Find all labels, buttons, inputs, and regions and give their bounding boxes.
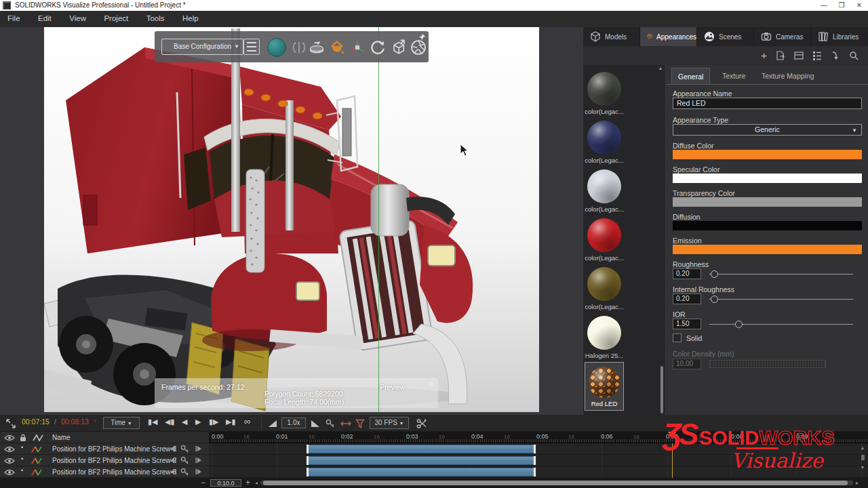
curve-icon[interactable] <box>31 456 42 465</box>
animation-clip[interactable] <box>307 468 536 476</box>
appearance-item[interactable]: color(Legac... <box>585 169 624 213</box>
zoom-out-button[interactable]: − <box>201 478 205 487</box>
material-preview-sphere[interactable] <box>267 38 286 57</box>
tab-texture[interactable]: Texture <box>716 68 751 84</box>
key-icon[interactable] <box>326 419 335 428</box>
slider-thumb[interactable] <box>735 321 743 328</box>
appearance-item[interactable]: color(Legac... <box>585 121 624 164</box>
timeline-duration-value[interactable]: 0:10.0 <box>210 479 241 487</box>
timeline-mode-select[interactable]: Time ▼ <box>103 417 140 429</box>
lane-scrollbar[interactable]: ▲ ▼ <box>859 445 867 477</box>
play-reverse-button[interactable]: ◀ <box>182 418 187 426</box>
key-icon[interactable] <box>180 456 189 465</box>
skip-start-button[interactable]: ▮◀ <box>148 418 158 426</box>
menu-view[interactable]: View <box>62 11 94 22</box>
playhead-marker[interactable] <box>668 432 676 437</box>
timeline-ruler[interactable]: 0:00 0:01 0:02 0:03 0:04 0:05 0:06 0:07 … <box>209 432 868 443</box>
timeline-lanes[interactable] <box>209 443 868 478</box>
curve-column-icon[interactable] <box>33 433 43 442</box>
ior-value[interactable]: 1.50 <box>673 319 701 329</box>
step-forward-button[interactable]: ▮▶ <box>209 418 219 426</box>
menu-project[interactable]: Project <box>96 11 136 22</box>
appearance-item-selected[interactable]: Red LED <box>585 362 624 411</box>
scroll-down-icon[interactable]: ▼ <box>859 464 867 470</box>
pin-icon[interactable] <box>427 381 435 389</box>
slider-thumb[interactable] <box>711 270 718 278</box>
skip-end-button[interactable]: ▶▮ <box>226 418 236 426</box>
split-view-icon[interactable] <box>290 39 308 56</box>
roughness-value[interactable]: 0.20 <box>673 268 701 279</box>
step-back-button[interactable]: ◀▮ <box>165 418 175 426</box>
prev-key-icon[interactable] <box>168 445 176 452</box>
next-key-icon[interactable] <box>195 445 203 452</box>
split-view-icon[interactable] <box>794 51 804 60</box>
scroll-up-icon[interactable]: ▲ <box>859 445 867 451</box>
pin-icon[interactable] <box>418 33 426 41</box>
appearance-name-input[interactable]: Red LED <box>673 98 862 109</box>
render-cube-icon[interactable] <box>389 39 407 56</box>
configuration-menu-button[interactable] <box>243 39 260 55</box>
ramp-in-icon[interactable] <box>268 420 277 428</box>
prev-key-icon[interactable] <box>168 457 176 464</box>
menu-file[interactable]: File <box>0 11 28 22</box>
transparency-color-swatch[interactable] <box>673 197 862 207</box>
animation-clip[interactable] <box>307 456 536 465</box>
tab-texture-mapping[interactable]: Texture Mapping <box>755 68 821 84</box>
animation-clip[interactable] <box>307 445 536 453</box>
rotate-icon[interactable] <box>369 39 387 56</box>
internal-roughness-slider[interactable] <box>709 293 853 304</box>
appearance-type-select[interactable]: Generic ▼ <box>673 124 862 136</box>
restore-button[interactable]: ❐ <box>834 1 849 10</box>
menu-edit[interactable]: Edit <box>31 11 59 22</box>
list-view-icon[interactable] <box>812 51 822 60</box>
scrollbar-thumb[interactable] <box>660 366 663 413</box>
ramp-out-icon[interactable] <box>311 420 320 428</box>
lock-dot-icon[interactable]: • <box>21 455 23 462</box>
key-icon[interactable] <box>180 445 189 453</box>
appearance-item[interactable]: color(Legac... <box>585 267 624 310</box>
add-appearance-button[interactable]: + <box>761 51 767 60</box>
prev-key-icon[interactable] <box>168 468 176 475</box>
lock-dot-icon[interactable]: • <box>21 467 23 474</box>
configuration-dropdown[interactable]: Base Configuration ▼ <box>161 39 243 55</box>
scrollbar-thumb[interactable] <box>861 455 865 460</box>
scroll-left-icon[interactable]: ◂ <box>255 480 258 486</box>
curve-icon[interactable] <box>31 445 42 453</box>
track-row[interactable]: • Position for BF2 Philips Machine Screw… <box>0 443 209 455</box>
tab-models[interactable]: Models <box>583 27 640 46</box>
tab-libraries[interactable]: Libraries <box>811 27 868 46</box>
move-gizmo-icon[interactable] <box>349 39 366 56</box>
tab-scenes[interactable]: Scenes <box>697 27 754 46</box>
timeline-hscroll-thumb[interactable] <box>263 481 848 485</box>
emission-swatch[interactable] <box>673 245 862 254</box>
visibility-column-icon[interactable] <box>4 434 15 441</box>
zoom-in-button[interactable]: + <box>245 478 250 487</box>
specular-color-swatch[interactable] <box>673 174 862 183</box>
internal-roughness-value[interactable]: 0.20 <box>673 293 701 304</box>
diffusion-swatch[interactable] <box>673 221 862 230</box>
eye-icon[interactable] <box>4 469 15 476</box>
viewport-3d[interactable]: Base Configuration ▼ Frames per second: … <box>44 27 539 412</box>
play-button[interactable]: ▶ <box>195 418 201 426</box>
tab-appearances[interactable]: Appearances <box>640 27 697 46</box>
next-key-icon[interactable] <box>195 457 203 464</box>
turntable-icon[interactable] <box>308 39 326 56</box>
ior-slider[interactable] <box>709 319 853 329</box>
track-row[interactable]: • Position for BF2 Philips Machine Screw… <box>0 455 209 466</box>
appearance-item[interactable]: Halogen 25... <box>585 316 624 359</box>
trim-scissors-icon[interactable] <box>416 418 427 429</box>
scroll-up-icon[interactable]: ▴ <box>659 65 662 71</box>
solid-checkbox[interactable] <box>673 333 682 342</box>
playhead-line[interactable] <box>672 443 673 478</box>
playback-speed-value[interactable]: 1.0x <box>281 418 306 428</box>
tab-cameras[interactable]: Cameras <box>754 27 811 46</box>
lock-column-icon[interactable] <box>19 434 27 442</box>
roughness-slider[interactable] <box>709 268 853 279</box>
eye-icon[interactable] <box>4 446 15 453</box>
next-key-icon[interactable] <box>195 468 203 475</box>
filter-icon[interactable] <box>355 419 365 428</box>
pan-mode-icon[interactable] <box>5 418 16 429</box>
menu-help[interactable]: Help <box>175 11 206 22</box>
lock-dot-icon[interactable]: • <box>21 444 23 451</box>
appearance-list-scrollbar[interactable]: ▴ <box>659 65 665 415</box>
